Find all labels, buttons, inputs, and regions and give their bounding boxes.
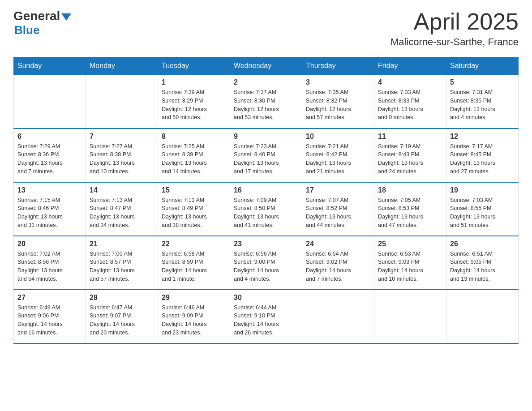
calendar-cell: 20Sunrise: 7:02 AM Sunset: 8:56 PM Dayli…	[14, 236, 86, 290]
day-number: 19	[450, 186, 515, 194]
calendar-cell: 24Sunrise: 6:54 AM Sunset: 9:02 PM Dayli…	[302, 236, 374, 290]
weekday-header-sunday: Sunday	[14, 57, 86, 75]
calendar-cell: 1Sunrise: 7:39 AM Sunset: 8:29 PM Daylig…	[158, 75, 230, 128]
week-row-5: 27Sunrise: 6:49 AM Sunset: 9:06 PM Dayli…	[14, 290, 519, 343]
day-info: Sunrise: 6:49 AM Sunset: 9:06 PM Dayligh…	[17, 304, 82, 337]
day-number: 8	[162, 133, 226, 141]
day-info: Sunrise: 7:15 AM Sunset: 8:46 PM Dayligh…	[17, 196, 82, 230]
calendar-cell: 14Sunrise: 7:13 AM Sunset: 8:47 PM Dayli…	[86, 182, 158, 236]
day-number: 23	[234, 240, 298, 248]
day-info: Sunrise: 7:13 AM Sunset: 8:47 PM Dayligh…	[90, 196, 154, 230]
day-number: 18	[378, 186, 442, 194]
day-number: 21	[90, 240, 154, 248]
day-info: Sunrise: 7:00 AM Sunset: 8:57 PM Dayligh…	[90, 250, 154, 283]
day-info: Sunrise: 6:56 AM Sunset: 9:00 PM Dayligh…	[234, 250, 298, 283]
day-info: Sunrise: 7:31 AM Sunset: 8:35 PM Dayligh…	[450, 88, 515, 122]
day-number: 11	[378, 133, 442, 141]
day-number: 4	[378, 78, 442, 86]
day-info: Sunrise: 6:53 AM Sunset: 9:03 PM Dayligh…	[378, 250, 442, 283]
day-number: 2	[234, 78, 298, 86]
day-info: Sunrise: 7:09 AM Sunset: 8:50 PM Dayligh…	[234, 196, 298, 230]
calendar-cell: 28Sunrise: 6:47 AM Sunset: 9:07 PM Dayli…	[86, 290, 158, 343]
calendar-cell: 22Sunrise: 6:58 AM Sunset: 8:59 PM Dayli…	[158, 236, 230, 290]
week-row-4: 20Sunrise: 7:02 AM Sunset: 8:56 PM Dayli…	[14, 236, 519, 290]
calendar-table: SundayMondayTuesdayWednesdayThursdayFrid…	[13, 57, 519, 344]
calendar-cell: 21Sunrise: 7:00 AM Sunset: 8:57 PM Dayli…	[86, 236, 158, 290]
calendar-cell: 18Sunrise: 7:05 AM Sunset: 8:53 PM Dayli…	[374, 182, 446, 236]
calendar-cell: 3Sunrise: 7:35 AM Sunset: 8:32 PM Daylig…	[302, 75, 374, 128]
logo-text-general: General	[13, 9, 60, 23]
day-number: 1	[162, 78, 226, 86]
day-number: 7	[90, 133, 154, 141]
calendar-cell: 29Sunrise: 6:46 AM Sunset: 9:09 PM Dayli…	[158, 290, 230, 343]
calendar-cell	[302, 290, 374, 343]
day-info: Sunrise: 7:19 AM Sunset: 8:43 PM Dayligh…	[378, 142, 442, 176]
calendar-cell: 16Sunrise: 7:09 AM Sunset: 8:50 PM Dayli…	[230, 182, 302, 236]
day-info: Sunrise: 7:17 AM Sunset: 8:45 PM Dayligh…	[450, 142, 515, 176]
week-row-3: 13Sunrise: 7:15 AM Sunset: 8:46 PM Dayli…	[14, 182, 519, 236]
day-info: Sunrise: 6:47 AM Sunset: 9:07 PM Dayligh…	[90, 304, 154, 337]
day-number: 10	[306, 133, 370, 141]
calendar-cell: 27Sunrise: 6:49 AM Sunset: 9:06 PM Dayli…	[14, 290, 86, 343]
calendar-cell: 8Sunrise: 7:25 AM Sunset: 8:39 PM Daylig…	[158, 128, 230, 182]
day-info: Sunrise: 7:25 AM Sunset: 8:39 PM Dayligh…	[162, 142, 226, 176]
day-number: 26	[450, 240, 515, 248]
day-info: Sunrise: 7:27 AM Sunset: 8:38 PM Dayligh…	[90, 142, 154, 176]
calendar-cell	[446, 290, 519, 343]
weekday-header-tuesday: Tuesday	[158, 57, 230, 75]
calendar-cell: 6Sunrise: 7:29 AM Sunset: 8:36 PM Daylig…	[14, 128, 86, 182]
week-row-1: 1Sunrise: 7:39 AM Sunset: 8:29 PM Daylig…	[14, 75, 519, 128]
calendar-cell: 13Sunrise: 7:15 AM Sunset: 8:46 PM Dayli…	[14, 182, 86, 236]
weekday-header-row: SundayMondayTuesdayWednesdayThursdayFrid…	[14, 57, 519, 75]
day-number: 25	[378, 240, 442, 248]
calendar-cell: 2Sunrise: 7:37 AM Sunset: 8:30 PM Daylig…	[230, 75, 302, 128]
calendar-cell: 12Sunrise: 7:17 AM Sunset: 8:45 PM Dayli…	[446, 128, 519, 182]
day-number: 14	[90, 186, 154, 194]
calendar-cell: 15Sunrise: 7:11 AM Sunset: 8:49 PM Dayli…	[158, 182, 230, 236]
day-info: Sunrise: 7:23 AM Sunset: 8:40 PM Dayligh…	[234, 142, 298, 176]
day-info: Sunrise: 6:46 AM Sunset: 9:09 PM Dayligh…	[162, 304, 226, 337]
calendar-cell	[14, 75, 86, 128]
location-title: Malicorne-sur-Sarthe, France	[390, 36, 519, 48]
calendar-cell: 30Sunrise: 6:44 AM Sunset: 9:10 PM Dayli…	[230, 290, 302, 343]
day-number: 3	[306, 78, 370, 86]
day-info: Sunrise: 7:39 AM Sunset: 8:29 PM Dayligh…	[162, 88, 226, 122]
day-number: 22	[162, 240, 226, 248]
day-info: Sunrise: 6:58 AM Sunset: 8:59 PM Dayligh…	[162, 250, 226, 283]
logo-text-blue: Blue	[14, 23, 39, 37]
calendar-cell: 10Sunrise: 7:21 AM Sunset: 8:42 PM Dayli…	[302, 128, 374, 182]
weekday-header-thursday: Thursday	[302, 57, 374, 75]
day-info: Sunrise: 7:35 AM Sunset: 8:32 PM Dayligh…	[306, 88, 370, 122]
calendar-header: SundayMondayTuesdayWednesdayThursdayFrid…	[14, 57, 519, 75]
day-number: 9	[234, 133, 298, 141]
weekday-header-wednesday: Wednesday	[230, 57, 302, 75]
day-number: 20	[17, 240, 82, 248]
weekday-header-friday: Friday	[374, 57, 446, 75]
day-info: Sunrise: 7:33 AM Sunset: 8:33 PM Dayligh…	[378, 88, 442, 122]
day-number: 6	[17, 133, 82, 141]
day-number: 29	[162, 294, 226, 302]
logo-triangle-icon	[61, 13, 71, 21]
day-info: Sunrise: 6:54 AM Sunset: 9:02 PM Dayligh…	[306, 250, 370, 283]
day-number: 5	[450, 78, 515, 86]
day-info: Sunrise: 7:29 AM Sunset: 8:36 PM Dayligh…	[17, 142, 82, 176]
day-info: Sunrise: 7:07 AM Sunset: 8:52 PM Dayligh…	[306, 196, 370, 230]
week-row-2: 6Sunrise: 7:29 AM Sunset: 8:36 PM Daylig…	[14, 128, 519, 182]
day-info: Sunrise: 7:21 AM Sunset: 8:42 PM Dayligh…	[306, 142, 370, 176]
weekday-header-saturday: Saturday	[446, 57, 519, 75]
calendar-cell: 4Sunrise: 7:33 AM Sunset: 8:33 PM Daylig…	[374, 75, 446, 128]
calendar-cell	[374, 290, 446, 343]
day-number: 28	[90, 294, 154, 302]
day-number: 12	[450, 133, 515, 141]
day-number: 27	[17, 294, 82, 302]
day-number: 30	[234, 294, 298, 302]
calendar-body: 1Sunrise: 7:39 AM Sunset: 8:29 PM Daylig…	[14, 75, 519, 343]
weekday-header-monday: Monday	[86, 57, 158, 75]
calendar-cell: 26Sunrise: 6:51 AM Sunset: 9:05 PM Dayli…	[446, 236, 519, 290]
calendar-cell: 23Sunrise: 6:56 AM Sunset: 9:00 PM Dayli…	[230, 236, 302, 290]
calendar-cell: 7Sunrise: 7:27 AM Sunset: 8:38 PM Daylig…	[86, 128, 158, 182]
day-info: Sunrise: 7:11 AM Sunset: 8:49 PM Dayligh…	[162, 196, 226, 230]
day-number: 15	[162, 186, 226, 194]
day-number: 17	[306, 186, 370, 194]
day-info: Sunrise: 7:05 AM Sunset: 8:53 PM Dayligh…	[378, 196, 442, 230]
